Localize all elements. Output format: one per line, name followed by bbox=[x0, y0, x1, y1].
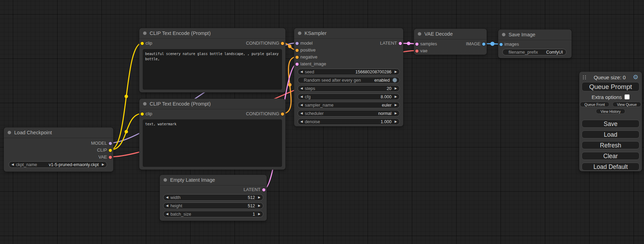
widget-label: denoise bbox=[305, 119, 320, 124]
widget-denoise[interactable]: ◀ denoise 1.000 ▶ bbox=[298, 118, 400, 125]
right-arrow-icon[interactable]: ▶ bbox=[395, 87, 397, 90]
right-arrow-icon[interactable]: ▶ bbox=[102, 163, 104, 166]
slot-row: images bbox=[498, 41, 572, 48]
node-clip-text-encode-negative[interactable]: CLIP Text Encode (Prompt) clip CONDITION… bbox=[139, 99, 285, 170]
right-arrow-icon[interactable]: ▶ bbox=[258, 196, 261, 199]
widget-steps[interactable]: ◀ steps 20 ▶ bbox=[298, 85, 400, 92]
left-arrow-icon[interactable]: ◀ bbox=[300, 87, 303, 90]
save-button[interactable]: Save bbox=[582, 120, 639, 128]
collapse-dot-icon[interactable] bbox=[418, 32, 421, 36]
widget-sampler-name[interactable]: ◀ sampler_name euler ▶ bbox=[298, 102, 400, 108]
negative-prompt-textarea[interactable]: text, watermark bbox=[143, 119, 282, 167]
left-arrow-icon[interactable]: ◀ bbox=[300, 112, 303, 115]
left-arrow-icon[interactable]: ◀ bbox=[11, 163, 14, 166]
input-slot-latent-image[interactable] bbox=[295, 63, 299, 66]
output-slot-clip[interactable] bbox=[109, 149, 112, 152]
widget-seed[interactable]: ◀ seed 156680208700286 ▶ bbox=[298, 69, 400, 75]
widget-filename-prefix[interactable]: filename_prefix ComfyUI bbox=[502, 49, 566, 55]
slot-row: LATENT bbox=[160, 186, 267, 193]
widget-batch-size[interactable]: ◀ batch_size 1 ▶ bbox=[163, 211, 263, 217]
right-arrow-icon[interactable]: ▶ bbox=[258, 204, 261, 207]
input-slot-images[interactable] bbox=[500, 43, 503, 46]
output-slot-latent[interactable] bbox=[399, 42, 402, 45]
clear-button[interactable]: Clear bbox=[582, 152, 639, 160]
collapse-dot-icon[interactable] bbox=[8, 131, 11, 134]
widget-height[interactable]: ◀ height 512 ▶ bbox=[163, 202, 263, 209]
drag-handle-icon[interactable] bbox=[582, 75, 586, 80]
collapse-dot-icon[interactable] bbox=[143, 102, 147, 106]
queue-front-button[interactable]: Queue Front bbox=[580, 102, 609, 107]
output-label: MODEL bbox=[91, 140, 107, 147]
collapse-dot-icon[interactable] bbox=[298, 31, 301, 35]
view-history-button[interactable]: View History bbox=[596, 109, 625, 114]
widget-value: ComfyUI bbox=[546, 50, 563, 55]
left-arrow-icon[interactable]: ◀ bbox=[300, 120, 303, 123]
node-title: Load Checkpoint bbox=[14, 130, 52, 135]
comfy-menu-panel[interactable]: Queue size: 0 ⚙ Queue Prompt Extra optio… bbox=[579, 72, 642, 171]
widget-scheduler[interactable]: ◀ scheduler normal ▶ bbox=[298, 110, 400, 117]
right-arrow-icon[interactable]: ▶ bbox=[395, 120, 397, 123]
widget-value: 20 bbox=[387, 86, 391, 91]
output-slot-conditioning[interactable] bbox=[281, 112, 284, 116]
positive-prompt-textarea[interactable]: beautiful scenery nature glass bottle la… bbox=[143, 49, 282, 90]
node-title: CLIP Text Encode (Prompt) bbox=[150, 101, 211, 107]
input-slot-model[interactable] bbox=[295, 42, 299, 45]
refresh-button[interactable]: Refresh bbox=[582, 141, 639, 149]
link-dot bbox=[491, 42, 495, 46]
node-empty-latent-image[interactable]: Empty Latent Image LATENT ◀ width 512 ▶ … bbox=[160, 175, 267, 221]
left-arrow-icon[interactable]: ◀ bbox=[166, 196, 168, 199]
right-arrow-icon[interactable]: ▶ bbox=[395, 103, 397, 107]
node-ksampler[interactable]: KSampler model LATENT positive negative … bbox=[294, 28, 403, 126]
node-title-bar[interactable]: Load Checkpoint bbox=[4, 127, 113, 138]
collapse-dot-icon[interactable] bbox=[164, 178, 167, 182]
widget-width[interactable]: ◀ width 512 ▶ bbox=[163, 194, 263, 201]
queue-prompt-button[interactable]: Queue Prompt bbox=[582, 82, 639, 91]
output-slot-model[interactable] bbox=[109, 142, 112, 145]
right-arrow-icon[interactable]: ▶ bbox=[395, 70, 397, 73]
collapse-dot-icon[interactable] bbox=[502, 33, 505, 36]
node-title-bar[interactable]: CLIP Text Encode (Prompt) bbox=[139, 99, 285, 109]
node-vae-decode[interactable]: VAE Decode samples IMAGE vae bbox=[414, 29, 487, 55]
widget-ckpt-name[interactable]: ◀ ckpt_name v1-5-pruned-emaonly.ckpt ▶ bbox=[9, 161, 107, 168]
node-clip-text-encode-positive[interactable]: CLIP Text Encode (Prompt) clip CONDITION… bbox=[139, 28, 285, 92]
toggle-dot-icon[interactable] bbox=[392, 78, 397, 82]
widget-label: height bbox=[170, 204, 182, 208]
view-queue-button[interactable]: View Queue bbox=[612, 102, 641, 107]
left-arrow-icon[interactable]: ◀ bbox=[166, 204, 168, 207]
right-arrow-icon[interactable]: ▶ bbox=[395, 112, 397, 115]
slot-row: latent_image bbox=[294, 61, 403, 67]
node-title-bar[interactable]: VAE Decode bbox=[414, 29, 487, 39]
load-default-button[interactable]: Load Default bbox=[582, 163, 639, 171]
input-slot-positive[interactable] bbox=[295, 49, 299, 52]
right-arrow-icon[interactable]: ▶ bbox=[258, 213, 261, 216]
node-title-bar[interactable]: Empty Latent Image bbox=[160, 175, 267, 186]
output-slot-latent[interactable] bbox=[262, 188, 265, 191]
node-title-bar[interactable]: KSampler bbox=[294, 28, 403, 39]
node-save-image[interactable]: Save Image images filename_prefix ComfyU… bbox=[498, 29, 572, 58]
left-arrow-icon[interactable]: ◀ bbox=[166, 213, 168, 216]
slot-row: clip CONDITIONING bbox=[139, 40, 285, 47]
input-slot-clip[interactable] bbox=[141, 112, 144, 116]
input-slot-negative[interactable] bbox=[295, 56, 299, 59]
left-arrow-icon[interactable]: ◀ bbox=[300, 95, 303, 98]
input-slot-samples[interactable] bbox=[415, 43, 418, 46]
extra-options-checkbox[interactable] bbox=[625, 94, 629, 99]
output-slot-vae[interactable] bbox=[109, 156, 112, 159]
settings-gear-icon[interactable]: ⚙ bbox=[633, 74, 638, 80]
widget-value: 1 bbox=[253, 212, 255, 217]
input-slot-clip[interactable] bbox=[141, 42, 144, 45]
left-arrow-icon[interactable]: ◀ bbox=[300, 103, 303, 107]
collapse-dot-icon[interactable] bbox=[143, 31, 147, 35]
graph-canvas[interactable]: Load Checkpoint MODEL CLIP VAE ◀ ckpt_na… bbox=[0, 0, 644, 244]
output-slot-image[interactable] bbox=[482, 43, 485, 46]
node-title-bar[interactable]: CLIP Text Encode (Prompt) bbox=[139, 28, 285, 39]
right-arrow-icon[interactable]: ▶ bbox=[395, 95, 397, 98]
output-slot-conditioning[interactable] bbox=[281, 42, 284, 45]
node-load-checkpoint[interactable]: Load Checkpoint MODEL CLIP VAE ◀ ckpt_na… bbox=[4, 127, 113, 172]
left-arrow-icon[interactable]: ◀ bbox=[300, 70, 303, 73]
widget-cfg[interactable]: ◀ cfg 8.000 ▶ bbox=[298, 93, 400, 100]
input-slot-vae[interactable] bbox=[415, 49, 418, 53]
widget-random-seed-toggle[interactable]: Random seed after every gen enabled bbox=[298, 77, 400, 83]
load-button[interactable]: Load bbox=[582, 130, 639, 138]
node-title-bar[interactable]: Save Image bbox=[498, 29, 572, 40]
